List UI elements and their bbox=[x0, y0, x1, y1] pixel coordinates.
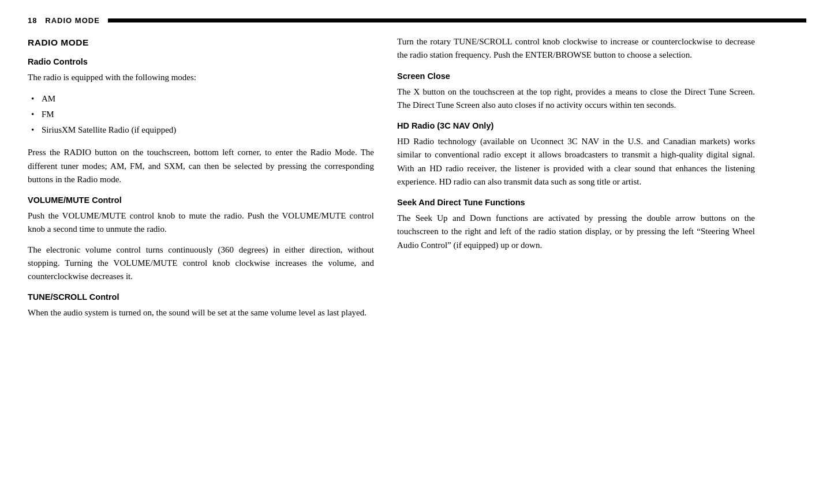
tune-scroll-para1: When the audio system is turned on, the … bbox=[28, 306, 374, 319]
hd-radio-subtitle: HD Radio (3C NAV Only) bbox=[397, 121, 755, 130]
volume-mute-para1: Push the VOLUME/MUTE control knob to mut… bbox=[28, 209, 374, 236]
radio-controls-intro: The radio is equipped with the following… bbox=[28, 71, 374, 84]
tune-scroll-continued: Turn the rotary TUNE/SCROLL control knob… bbox=[397, 35, 755, 62]
page-header: 18 RADIO MODE bbox=[28, 16, 806, 25]
list-item: AM bbox=[28, 91, 374, 107]
radio-controls-body: Press the RADIO button on the touchscree… bbox=[28, 146, 374, 186]
hd-radio-body: HD Radio technology (available on Uconne… bbox=[397, 135, 755, 189]
seek-direct-subtitle: Seek And Direct Tune Functions bbox=[397, 198, 755, 207]
left-column: RADIO MODE Radio Controls The radio is e… bbox=[28, 35, 374, 327]
tune-scroll-subtitle: TUNE/SCROLL Control bbox=[28, 292, 374, 302]
header-bar bbox=[108, 18, 806, 22]
radio-controls-subtitle: Radio Controls bbox=[28, 57, 374, 66]
radio-modes-list: AM FM SiriusXM Satellite Radio (if equip… bbox=[28, 91, 374, 138]
screen-close-subtitle: Screen Close bbox=[397, 72, 755, 81]
page-number: 18 bbox=[28, 16, 37, 25]
two-column-layout: RADIO MODE Radio Controls The radio is e… bbox=[28, 35, 806, 327]
header-section-label: RADIO MODE bbox=[45, 16, 100, 25]
page-number-label: 18 RADIO MODE bbox=[28, 16, 100, 25]
page-wrapper: 18 RADIO MODE RADIO MODE Radio Controls … bbox=[0, 0, 834, 504]
list-item: SiriusXM Satellite Radio (if equipped) bbox=[28, 122, 374, 138]
main-title: RADIO MODE bbox=[28, 37, 374, 48]
seek-direct-body: The Seek Up and Down functions are activ… bbox=[397, 212, 755, 252]
screen-close-body: The X button on the touchscreen at the t… bbox=[397, 85, 755, 112]
volume-mute-subtitle: VOLUME/MUTE Control bbox=[28, 195, 374, 205]
volume-mute-para2: The electronic volume control turns cont… bbox=[28, 243, 374, 284]
right-column: Turn the rotary TUNE/SCROLL control knob… bbox=[397, 35, 755, 327]
list-item: FM bbox=[28, 107, 374, 122]
